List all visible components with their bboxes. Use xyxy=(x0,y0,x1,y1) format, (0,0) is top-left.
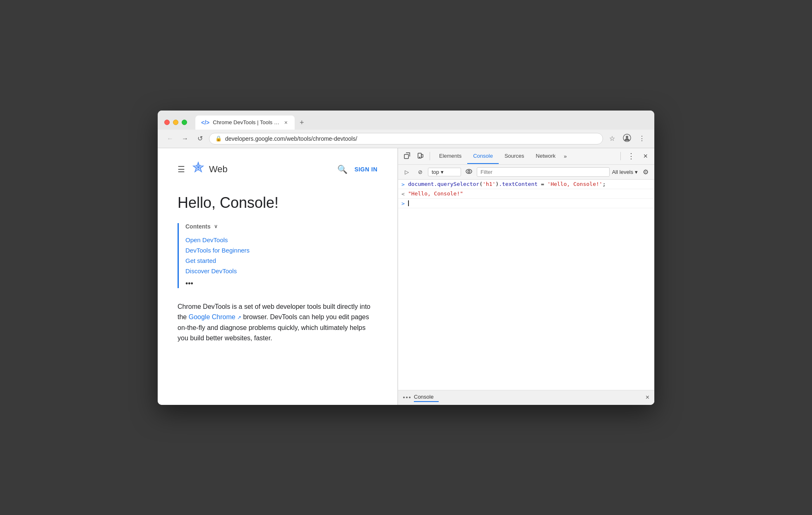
minimize-window-button[interactable] xyxy=(173,120,178,125)
toc-header[interactable]: Contents ∨ xyxy=(185,223,377,230)
forward-icon: → xyxy=(182,135,188,142)
new-tab-button[interactable]: + xyxy=(296,116,308,130)
tab-devtools-icon: </> xyxy=(201,119,209,126)
console-line-input: > document.querySelector('h1').textConte… xyxy=(398,180,654,189)
search-button[interactable]: 🔍 xyxy=(337,164,348,174)
console-cursor-arrow: > xyxy=(401,200,408,207)
forward-button[interactable]: → xyxy=(179,133,191,144)
console-clear-button[interactable]: ⊘ xyxy=(415,166,425,177)
console-output-arrow: < xyxy=(401,190,408,197)
more-tabs-button[interactable]: » xyxy=(561,150,569,163)
devtools-panel: Elements Console Sources Network » ⋮ × ▷… xyxy=(398,148,654,405)
profile-button[interactable] xyxy=(621,133,633,144)
svg-point-1 xyxy=(626,136,628,138)
device-toolbar-button[interactable] xyxy=(415,150,426,162)
title-bar: </> Chrome DevTools | Tools for W × + xyxy=(158,111,654,130)
ban-icon: ⊘ xyxy=(418,169,423,175)
toolbar-separator xyxy=(430,152,430,160)
toc-item-open-devtools[interactable]: Open DevTools xyxy=(185,235,377,245)
close-window-button[interactable] xyxy=(164,120,170,125)
devtools-close-button[interactable]: × xyxy=(640,149,651,163)
play-icon: ▷ xyxy=(405,169,409,175)
site-nav: ☰ ✳ Web 🔍 SIGN I xyxy=(178,161,377,178)
dot-3 xyxy=(409,397,411,398)
inspect-element-button[interactable] xyxy=(401,150,413,162)
hamburger-menu-button[interactable]: ☰ xyxy=(178,164,185,174)
address-bar: ← → ↺ 🔒 developers.google.com/web/tools/… xyxy=(158,130,654,148)
eye-icon xyxy=(466,168,472,176)
filter-input[interactable] xyxy=(477,167,610,177)
url-bar[interactable]: 🔒 developers.google.com/web/tools/chrome… xyxy=(209,133,603,144)
svg-point-7 xyxy=(419,157,420,158)
toc-item-get-started[interactable]: Get started xyxy=(185,255,377,266)
url-text: developers.google.com/web/tools/chrome-d… xyxy=(225,135,597,142)
browser-menu-button[interactable]: ⋮ xyxy=(636,133,648,144)
maximize-window-button[interactable] xyxy=(182,120,187,125)
toc-title: Contents xyxy=(185,223,211,230)
log-levels-dropdown[interactable]: All levels ▾ xyxy=(612,169,638,175)
console-output: > document.querySelector('h1').textConte… xyxy=(398,180,654,390)
more-icon: ⋮ xyxy=(639,135,645,142)
toc-item-discover[interactable]: Discover DevTools xyxy=(185,266,377,276)
tab-console[interactable]: Console xyxy=(467,149,499,164)
tab-network[interactable]: Network xyxy=(530,149,562,164)
code-value: 'Hello, Console!' xyxy=(548,181,603,187)
tab-close-button[interactable]: × xyxy=(283,119,289,126)
code-paren2: ) xyxy=(495,181,499,187)
toc-ellipsis: ••• xyxy=(185,279,377,288)
console-input-text: document.querySelector('h1').textContent… xyxy=(408,181,651,187)
toolbar-separator-2 xyxy=(620,152,621,160)
console-play-button[interactable]: ▷ xyxy=(401,166,412,177)
drawer-active-indicator xyxy=(414,401,439,402)
back-icon: ← xyxy=(167,135,173,142)
console-output-text: "Hello, Console!" xyxy=(408,190,651,197)
profile-icon xyxy=(623,134,631,144)
article-body: Chrome DevTools is a set of web develope… xyxy=(178,301,377,344)
browser-tab[interactable]: </> Chrome DevTools | Tools for W × xyxy=(195,116,295,130)
svg-text:✳: ✳ xyxy=(195,162,202,173)
settings-icon: ⚙ xyxy=(643,168,649,176)
devtools-tabs: Elements Console Sources Network » xyxy=(433,149,617,164)
browser-window: </> Chrome DevTools | Tools for W × + ← … xyxy=(158,111,654,405)
tab-sources[interactable]: Sources xyxy=(499,149,530,164)
console-cursor-text xyxy=(408,200,651,207)
devtools-menu-button[interactable]: ⋮ xyxy=(624,149,638,163)
log-levels-label: All levels xyxy=(612,169,633,175)
code-semi: ; xyxy=(603,181,606,187)
toc-container: Contents ∨ Open DevTools DevTools for Be… xyxy=(178,223,377,288)
article-title: Hello, Console! xyxy=(178,194,377,212)
drawer-console-label: Console xyxy=(414,394,434,400)
svg-rect-4 xyxy=(404,154,408,159)
code-paren: ( xyxy=(479,181,483,187)
console-line-output: < "Hello, Console!" xyxy=(398,189,654,199)
console-input-arrow: > xyxy=(401,181,408,188)
eye-button[interactable] xyxy=(464,166,474,177)
sign-in-button[interactable]: SIGN IN xyxy=(354,166,377,173)
reload-button[interactable]: ↺ xyxy=(194,133,206,144)
bookmark-icon: ☆ xyxy=(609,135,615,142)
site-logo: ✳ Web xyxy=(192,161,228,178)
tabs-area: </> Chrome DevTools | Tools for W × + xyxy=(195,116,648,130)
tab-elements[interactable]: Elements xyxy=(433,149,467,164)
toc-item-beginners[interactable]: DevTools for Beginners xyxy=(185,245,377,255)
console-line-cursor[interactable]: > xyxy=(398,199,654,208)
context-dropdown-icon: ▾ xyxy=(441,169,444,175)
lock-icon: 🔒 xyxy=(215,135,222,142)
context-selector[interactable]: top ▾ xyxy=(428,168,461,176)
code-method: document.querySelector xyxy=(408,181,479,187)
code-assign: = xyxy=(538,181,547,187)
tab-title: Chrome DevTools | Tools for W xyxy=(213,119,280,125)
code-selector: 'h1' xyxy=(483,181,495,187)
console-bottom-bar: Console × xyxy=(398,390,654,405)
google-chrome-link[interactable]: Google Chrome ↗ xyxy=(189,313,243,320)
cursor-box-icon xyxy=(404,152,411,160)
back-button[interactable]: ← xyxy=(164,133,176,144)
bookmark-button[interactable]: ☆ xyxy=(606,133,618,144)
page-content: ☰ ✳ Web 🔍 SIGN I xyxy=(158,148,398,405)
logo-icon: ✳ xyxy=(192,161,205,178)
devtools-toolbar: Elements Console Sources Network » ⋮ × xyxy=(398,148,654,165)
drawer-close-button[interactable]: × xyxy=(646,394,649,401)
code-prop: .textContent xyxy=(499,181,538,187)
drawer-handle[interactable] xyxy=(403,397,411,398)
console-settings-button[interactable]: ⚙ xyxy=(640,166,651,177)
